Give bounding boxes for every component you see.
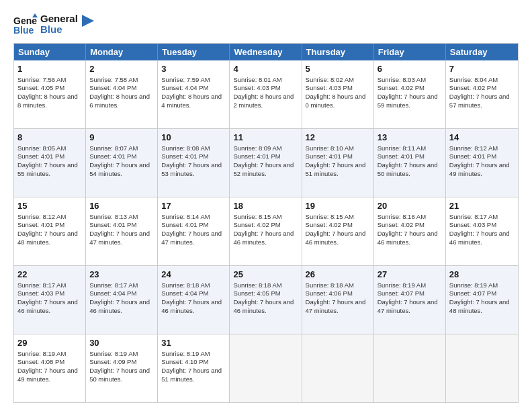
daylight: Daylight: 7 hours and 51 minutes. — [161, 367, 222, 383]
daylight: Daylight: 7 hours and 57 minutes. — [449, 93, 510, 109]
day-number: 19 — [306, 200, 370, 212]
logo-line2: Blue — [40, 24, 78, 36]
daylight: Daylight: 7 hours and 50 minutes. — [378, 161, 438, 177]
sunrise: Sunrise: 8:09 AM — [233, 144, 281, 152]
sunset: Sunset: 4:05 PM — [233, 289, 280, 297]
sunrise: Sunrise: 8:17 AM — [17, 281, 66, 289]
calendar-row-5: 29Sunrise: 8:19 AMSunset: 4:08 PMDayligh… — [14, 334, 518, 402]
sunset: Sunset: 4:02 PM — [378, 84, 425, 91]
sunrise: Sunrise: 8:14 AM — [161, 213, 210, 220]
daylight: Daylight: 7 hours and 46 minutes. — [17, 298, 78, 314]
sunset: Sunset: 4:01 PM — [17, 221, 64, 228]
sunrise: Sunrise: 8:15 AM — [233, 213, 281, 220]
daylight: Daylight: 7 hours and 55 minutes. — [17, 161, 78, 177]
sunset: Sunset: 4:03 PM — [449, 221, 496, 228]
day-cell-11: 11Sunrise: 8:09 AMSunset: 4:01 PMDayligh… — [230, 129, 302, 197]
day-number: 5 — [306, 63, 370, 75]
day-number: 17 — [161, 200, 226, 212]
day-number: 3 — [161, 63, 226, 75]
calendar-row-4: 22Sunrise: 8:17 AMSunset: 4:03 PMDayligh… — [14, 265, 518, 334]
daylight: Daylight: 7 hours and 46 minutes. — [306, 230, 366, 246]
day-cell-29: 29Sunrise: 8:19 AMSunset: 4:08 PMDayligh… — [14, 334, 86, 402]
day-number: 1 — [17, 63, 82, 75]
logo-line1: General — [40, 13, 78, 25]
day-number: 6 — [378, 63, 442, 75]
daylight: Daylight: 8 hours and 6 minutes. — [89, 93, 150, 109]
day-header-friday: Friday — [374, 44, 446, 60]
day-cell-6: 6Sunrise: 8:03 AMSunset: 4:02 PMDaylight… — [374, 60, 446, 128]
sunrise: Sunrise: 8:01 AM — [233, 76, 281, 83]
day-number: 20 — [378, 200, 442, 212]
sunset: Sunset: 4:05 PM — [17, 84, 64, 91]
sunrise: Sunrise: 8:10 AM — [306, 144, 354, 152]
day-cell-5: 5Sunrise: 8:02 AMSunset: 4:03 PMDaylight… — [302, 60, 374, 128]
calendar-row-1: 1Sunrise: 7:56 AMSunset: 4:05 PMDaylight… — [14, 60, 518, 128]
sunset: Sunset: 4:02 PM — [449, 84, 496, 91]
sunrise: Sunrise: 7:58 AM — [89, 76, 138, 83]
daylight: Daylight: 8 hours and 2 minutes. — [233, 93, 294, 109]
daylight: Daylight: 7 hours and 46 minutes. — [449, 230, 510, 246]
empty-cell — [446, 334, 518, 402]
calendar-body: 1Sunrise: 7:56 AMSunset: 4:05 PMDaylight… — [14, 60, 518, 402]
day-cell-10: 10Sunrise: 8:08 AMSunset: 4:01 PMDayligh… — [158, 129, 230, 197]
sunrise: Sunrise: 8:19 AM — [378, 281, 426, 289]
calendar-header-row: SundayMondayTuesdayWednesdayThursdayFrid… — [14, 44, 518, 60]
sunset: Sunset: 4:03 PM — [17, 289, 64, 297]
sunset: Sunset: 4:02 PM — [378, 221, 425, 228]
sunset: Sunset: 4:03 PM — [306, 84, 353, 91]
day-cell-19: 19Sunrise: 8:15 AMSunset: 4:02 PMDayligh… — [302, 197, 374, 265]
day-cell-30: 30Sunrise: 8:19 AMSunset: 4:09 PMDayligh… — [86, 334, 158, 402]
day-number: 22 — [17, 269, 82, 281]
sunset: Sunset: 4:02 PM — [306, 221, 353, 228]
sunrise: Sunrise: 8:15 AM — [306, 213, 354, 220]
day-number: 16 — [89, 200, 154, 212]
sunset: Sunset: 4:03 PM — [233, 84, 280, 91]
sunset: Sunset: 4:04 PM — [161, 84, 208, 91]
daylight: Daylight: 7 hours and 53 minutes. — [161, 161, 222, 177]
sunrise: Sunrise: 8:02 AM — [306, 76, 354, 83]
sunrise: Sunrise: 7:59 AM — [161, 76, 210, 83]
sunset: Sunset: 4:01 PM — [378, 152, 425, 160]
sunset: Sunset: 4:04 PM — [89, 84, 136, 91]
daylight: Daylight: 7 hours and 48 minutes. — [17, 230, 78, 246]
sunrise: Sunrise: 8:13 AM — [89, 213, 138, 220]
sunrise: Sunrise: 8:18 AM — [233, 281, 281, 289]
day-header-thursday: Thursday — [302, 44, 374, 60]
sunset: Sunset: 4:01 PM — [89, 221, 136, 228]
day-number: 27 — [378, 269, 442, 281]
day-cell-14: 14Sunrise: 8:12 AMSunset: 4:01 PMDayligh… — [446, 129, 518, 197]
day-cell-16: 16Sunrise: 8:13 AMSunset: 4:01 PMDayligh… — [86, 197, 158, 265]
day-number: 2 — [89, 63, 154, 75]
daylight: Daylight: 8 hours and 8 minutes. — [17, 93, 78, 109]
daylight: Daylight: 7 hours and 50 minutes. — [89, 367, 150, 383]
sunrise: Sunrise: 8:18 AM — [306, 281, 354, 289]
daylight: Daylight: 7 hours and 49 minutes. — [449, 161, 510, 177]
daylight: Daylight: 8 hours and 0 minutes. — [306, 93, 366, 109]
day-number: 10 — [161, 132, 226, 144]
sunset: Sunset: 4:02 PM — [233, 221, 280, 228]
sunset: Sunset: 4:08 PM — [17, 358, 64, 365]
sunset: Sunset: 4:01 PM — [233, 152, 280, 160]
daylight: Daylight: 7 hours and 48 minutes. — [449, 298, 510, 314]
day-number: 18 — [233, 200, 298, 212]
daylight: Daylight: 7 hours and 46 minutes. — [233, 298, 294, 314]
day-number: 24 — [161, 269, 226, 281]
sunset: Sunset: 4:01 PM — [161, 152, 208, 160]
daylight: Daylight: 7 hours and 46 minutes. — [89, 298, 150, 314]
day-number: 23 — [89, 269, 154, 281]
day-cell-15: 15Sunrise: 8:12 AMSunset: 4:01 PMDayligh… — [14, 197, 86, 265]
calendar-row-3: 15Sunrise: 8:12 AMSunset: 4:01 PMDayligh… — [14, 197, 518, 265]
sunset: Sunset: 4:07 PM — [378, 289, 425, 297]
day-number: 14 — [449, 132, 515, 144]
day-header-tuesday: Tuesday — [158, 44, 230, 60]
daylight: Daylight: 7 hours and 47 minutes. — [89, 230, 150, 246]
calendar: SundayMondayTuesdayWednesdayThursdayFrid… — [13, 43, 519, 403]
day-number: 25 — [233, 269, 298, 281]
empty-cell — [374, 334, 446, 402]
day-number: 12 — [306, 132, 370, 144]
sunset: Sunset: 4:01 PM — [89, 152, 136, 160]
daylight: Daylight: 7 hours and 49 minutes. — [17, 367, 78, 383]
day-number: 13 — [378, 132, 442, 144]
calendar-row-2: 8Sunrise: 8:05 AMSunset: 4:01 PMDaylight… — [14, 128, 518, 197]
daylight: Daylight: 7 hours and 47 minutes. — [161, 230, 222, 246]
